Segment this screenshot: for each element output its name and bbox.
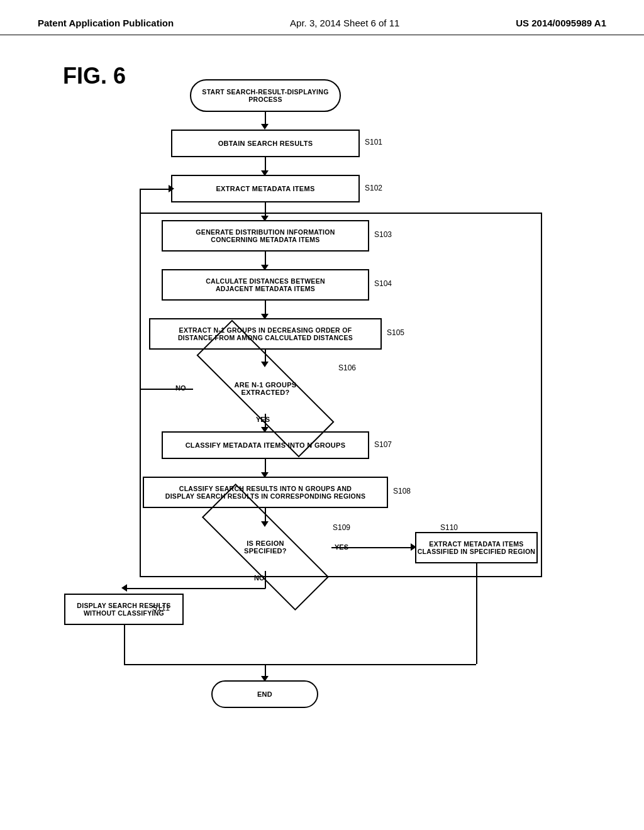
s101-step-label: S101 (365, 138, 382, 147)
end-label: END (257, 690, 272, 698)
end-node: END (211, 680, 318, 708)
s102-label: EXTRACT METADATA ITEMS (216, 185, 314, 192)
arrow-s110-down (476, 563, 477, 576)
s111-step-label: S111 (152, 604, 170, 612)
arrow-s110-bottom-h (265, 576, 476, 577)
s101-node: OBTAIN SEARCH RESULTS (171, 130, 360, 157)
arrow-s106-no-v (140, 189, 141, 389)
flowchart: START SEARCH-RESULT-DISPLAYINGPROCESS OB… (52, 73, 592, 802)
page-header: Patent Application Publication Apr. 3, 2… (0, 0, 644, 35)
header-publication-label: Patent Application Publication (38, 18, 174, 28)
header-date-sheet: Apr. 3, 2014 Sheet 6 of 11 (290, 18, 399, 28)
arrow-s106-no-h (140, 389, 193, 390)
arrow-bottom-h (265, 664, 476, 665)
arrow-merge-h (124, 664, 265, 665)
arrow-s111-down (124, 625, 125, 664)
arrow-to-s111-h (127, 588, 265, 589)
arrow-s110-bottom-v (476, 576, 477, 664)
arrowhead-start-s101 (261, 124, 269, 130)
header-patent-number: US 2014/0095989 A1 (516, 18, 606, 28)
s102-step-label: S102 (365, 184, 382, 192)
start-label: START SEARCH-RESULT-DISPLAYINGPROCESS (202, 88, 328, 103)
arrow-s106-to-s102-h (140, 189, 171, 190)
s101-label: OBTAIN SEARCH RESULTS (218, 140, 313, 147)
arrowhead-to-s111 (121, 584, 127, 592)
s102-node: EXTRACT METADATA ITEMS (171, 175, 360, 202)
arrowhead-s106-to-s102 (169, 185, 174, 192)
outer-box (140, 213, 542, 577)
start-node: START SEARCH-RESULT-DISPLAYINGPROCESS (190, 79, 341, 112)
